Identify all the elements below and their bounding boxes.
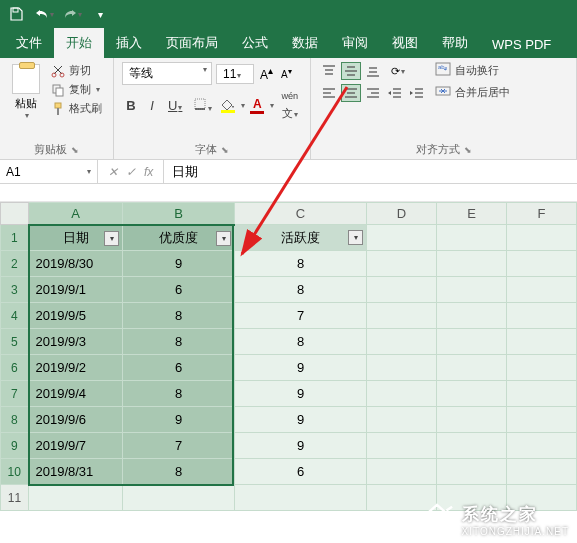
cell[interactable]: 活跃度▾ xyxy=(235,225,367,251)
cell[interactable]: 2019/9/6 xyxy=(29,407,123,433)
cell[interactable] xyxy=(507,355,577,381)
cell[interactable] xyxy=(235,485,367,511)
cell[interactable] xyxy=(437,329,507,355)
dialog-launcher-icon[interactable]: ⬊ xyxy=(221,145,229,155)
filter-icon[interactable]: ▾ xyxy=(348,230,363,245)
cell[interactable] xyxy=(367,225,437,251)
cell[interactable] xyxy=(507,433,577,459)
cell[interactable] xyxy=(507,381,577,407)
cell[interactable]: 8 xyxy=(235,277,367,303)
cell[interactable]: 日期▾ xyxy=(29,225,123,251)
copy-button[interactable]: 复制▾ xyxy=(48,81,105,98)
cell[interactable] xyxy=(29,485,123,511)
cell[interactable] xyxy=(367,433,437,459)
font-size-select[interactable]: 11▾ xyxy=(216,64,254,84)
underline-button[interactable]: U▾ xyxy=(164,96,186,115)
cell[interactable]: 2019/9/1 xyxy=(29,277,123,303)
align-bottom-button[interactable] xyxy=(363,62,383,80)
border-button[interactable]: ▾ xyxy=(189,95,216,116)
row-header[interactable]: 9 xyxy=(1,433,29,459)
row-header[interactable]: 7 xyxy=(1,381,29,407)
cell[interactable]: 9 xyxy=(123,407,235,433)
cell[interactable] xyxy=(507,251,577,277)
phonetic-button[interactable]: wén文▾ xyxy=(277,89,302,123)
filter-icon[interactable]: ▾ xyxy=(104,231,119,246)
cell[interactable]: 8 xyxy=(123,303,235,329)
cell[interactable] xyxy=(123,485,235,511)
cell[interactable]: 2019/9/3 xyxy=(29,329,123,355)
cell[interactable]: 8 xyxy=(123,329,235,355)
select-all-corner[interactable] xyxy=(1,203,29,225)
customize-qat-icon[interactable]: ▾ xyxy=(90,4,110,24)
tab-home[interactable]: 开始 xyxy=(54,28,104,58)
cell[interactable]: 2019/8/30 xyxy=(29,251,123,277)
cell[interactable] xyxy=(437,459,507,485)
cell[interactable]: 8 xyxy=(235,251,367,277)
cell[interactable]: 2019/9/2 xyxy=(29,355,123,381)
cell[interactable] xyxy=(367,459,437,485)
cell[interactable] xyxy=(367,277,437,303)
cell[interactable] xyxy=(437,407,507,433)
cell[interactable] xyxy=(507,407,577,433)
cell[interactable]: 2019/8/31 xyxy=(29,459,123,485)
dialog-launcher-icon[interactable]: ⬊ xyxy=(71,145,79,155)
row-header[interactable]: 3 xyxy=(1,277,29,303)
align-top-button[interactable] xyxy=(319,62,339,80)
formula-input[interactable]: 日期 xyxy=(164,160,577,183)
cell[interactable]: 9 xyxy=(235,407,367,433)
cell[interactable] xyxy=(437,433,507,459)
col-header-b[interactable]: B xyxy=(123,203,235,225)
cell[interactable] xyxy=(437,381,507,407)
cell[interactable] xyxy=(437,277,507,303)
undo-icon[interactable]: ▾ xyxy=(34,4,54,24)
tab-insert[interactable]: 插入 xyxy=(104,28,154,58)
tab-file[interactable]: 文件 xyxy=(4,28,54,58)
cell[interactable] xyxy=(367,407,437,433)
spreadsheet-grid[interactable]: A B C D E F 1 日期▾ 优质度▾ 活跃度▾ 22019/8/3098… xyxy=(0,202,577,511)
cell[interactable]: 9 xyxy=(235,433,367,459)
cell[interactable] xyxy=(507,459,577,485)
cell[interactable]: 优质度▾ xyxy=(123,225,235,251)
cell[interactable] xyxy=(367,355,437,381)
cell[interactable] xyxy=(367,251,437,277)
orientation-button[interactable]: ⟳▾ xyxy=(385,62,411,80)
cell[interactable]: 8 xyxy=(123,381,235,407)
row-header[interactable]: 6 xyxy=(1,355,29,381)
cell[interactable] xyxy=(507,303,577,329)
col-header-d[interactable]: D xyxy=(367,203,437,225)
tab-data[interactable]: 数据 xyxy=(280,28,330,58)
col-header-a[interactable]: A xyxy=(29,203,123,225)
cell[interactable]: 2019/9/5 xyxy=(29,303,123,329)
tab-formula[interactable]: 公式 xyxy=(230,28,280,58)
cell[interactable] xyxy=(507,329,577,355)
cancel-icon[interactable]: ✕ xyxy=(108,165,118,179)
align-left-button[interactable] xyxy=(319,84,339,102)
wrap-text-button[interactable]: ab 自动换行 xyxy=(435,62,510,78)
cell[interactable]: 6 xyxy=(123,277,235,303)
italic-button[interactable]: I xyxy=(143,96,161,115)
increase-indent-button[interactable] xyxy=(407,84,427,102)
cell[interactable]: 9 xyxy=(235,381,367,407)
cell[interactable]: 2019/9/4 xyxy=(29,381,123,407)
tab-help[interactable]: 帮助 xyxy=(430,28,480,58)
cell[interactable] xyxy=(507,225,577,251)
dialog-launcher-icon[interactable]: ⬊ xyxy=(464,145,472,155)
tab-wps-pdf[interactable]: WPS PDF xyxy=(480,31,563,58)
save-icon[interactable] xyxy=(6,4,26,24)
row-header[interactable]: 10 xyxy=(1,459,29,485)
increase-font-button[interactable]: A▴ xyxy=(258,64,275,83)
cell[interactable] xyxy=(437,225,507,251)
cell[interactable]: 8 xyxy=(123,459,235,485)
cell[interactable] xyxy=(367,381,437,407)
font-name-select[interactable]: 等线▾ xyxy=(122,62,212,85)
row-header[interactable]: 5 xyxy=(1,329,29,355)
cell[interactable] xyxy=(437,355,507,381)
cell[interactable]: 6 xyxy=(123,355,235,381)
row-header[interactable]: 4 xyxy=(1,303,29,329)
name-box[interactable]: A1▾ xyxy=(0,160,98,183)
decrease-indent-button[interactable] xyxy=(385,84,405,102)
cell[interactable]: 7 xyxy=(235,303,367,329)
font-color-button[interactable]: A xyxy=(248,97,266,114)
cell[interactable]: 9 xyxy=(235,355,367,381)
enter-icon[interactable]: ✓ xyxy=(126,165,136,179)
